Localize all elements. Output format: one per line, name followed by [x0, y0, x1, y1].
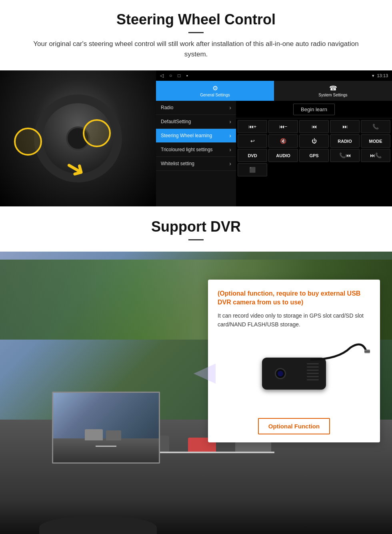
gear-icon: ⚙	[212, 84, 218, 92]
android-menu: Radio › DefaultSetting › Steering Wheel …	[156, 101, 236, 206]
wifi-icon: ▾	[372, 73, 374, 78]
menu-item-steering-wheel-learning[interactable]: Steering Wheel learning ›	[156, 129, 236, 143]
ctrl-btn-hang-up[interactable]: ↩	[238, 134, 267, 148]
dvr-camera-illustration	[218, 336, 370, 412]
dvr-card-body: It can record video only to storage in G…	[218, 311, 370, 329]
ctrl-btn-next[interactable]: ⏭	[330, 120, 360, 133]
ctrl-btn-call-prev[interactable]: 📞⏮	[330, 149, 360, 162]
ctrl-btn-call[interactable]: 📞	[361, 120, 390, 133]
ctrl-btn-call-next[interactable]: ⏭📞	[361, 149, 390, 162]
dvr-title: Support DVR	[8, 218, 384, 235]
nav-recent-icon[interactable]: □	[178, 73, 180, 78]
nav-back-icon[interactable]: ◁	[160, 73, 164, 78]
title-divider	[188, 32, 204, 33]
android-tabs: ⚙ General Settings ☎ System Settings	[156, 81, 392, 101]
steering-row: ➜ ◁ ○ □ ▪ ▾ 13:13 ⚙	[0, 70, 392, 206]
settings-icon: ☎	[329, 84, 337, 92]
inset-road	[53, 438, 159, 462]
nav-home-icon[interactable]: ○	[169, 73, 172, 78]
menu-item-defaultsetting[interactable]: DefaultSetting ›	[156, 115, 236, 129]
steering-bg: ➜	[0, 70, 156, 206]
ctrl-btn-mute[interactable]: 🔇	[268, 134, 298, 148]
ctrl-btn-mode[interactable]: MODE	[361, 134, 390, 148]
tab-system-settings[interactable]: ☎ System Settings	[274, 81, 392, 101]
steering-section: Steering Wheel Control Your original car…	[0, 0, 392, 206]
svg-rect-1	[364, 351, 370, 352]
dvr-background-photo: (Optional function, require to buy exter…	[0, 252, 392, 500]
begin-learn-button[interactable]: Begin learn	[293, 104, 335, 115]
android-controls: Begin learn ⏮+ ⏮− ⏮ ⏭ 📞 ↩ 🔇 ⏻ RADIO MODE…	[236, 101, 392, 206]
optional-function-button[interactable]: Optional Function	[258, 418, 330, 434]
tab-general-settings[interactable]: ⚙ General Settings	[156, 81, 274, 101]
inset-car-1	[85, 429, 103, 440]
section1-title: Steering Wheel Control	[8, 11, 384, 28]
ctrl-btn-vol-up[interactable]: ⏮+	[238, 120, 267, 133]
dvr-section: Support DVR (Optional function, require …	[0, 206, 392, 534]
android-content: Radio › DefaultSetting › Steering Wheel …	[156, 101, 392, 206]
chevron-right-icon: ›	[229, 160, 231, 167]
usb-cable-svg	[290, 340, 370, 388]
ctrl-btn-prev[interactable]: ⏮	[299, 120, 329, 133]
android-panel: ◁ ○ □ ▪ ▾ 13:13 ⚙ General Settings ☎	[156, 70, 392, 206]
begin-learn-row: Begin learn	[236, 101, 392, 118]
chevron-right-icon: ›	[229, 146, 231, 153]
tab-general-label: General Settings	[200, 93, 230, 97]
status-time: 13:13	[377, 73, 388, 78]
circle-left-highlight	[14, 128, 42, 156]
ctrl-btn-dvd[interactable]: DVD	[238, 149, 267, 162]
nav-menu-icon[interactable]: ▪	[186, 73, 188, 78]
control-buttons-grid: ⏮+ ⏮− ⏮ ⏭ 📞 ↩ 🔇 ⏻ RADIO MODE DVD AUDIO G…	[236, 118, 392, 178]
ctrl-btn-vol-down[interactable]: ⏮−	[268, 120, 298, 133]
light-beam	[194, 364, 216, 384]
steering-photo: ➜	[0, 70, 156, 206]
ctrl-btn-gps[interactable]: GPS	[299, 149, 329, 162]
chevron-right-icon: ›	[229, 132, 231, 139]
section1-subtitle: Your original car's steering wheel contr…	[32, 39, 360, 59]
ctrl-btn-power[interactable]: ⏻	[299, 134, 329, 148]
dvr-inset-photo	[52, 392, 160, 464]
chevron-right-icon: ›	[229, 104, 231, 111]
dvr-info-card: (Optional function, require to buy exter…	[208, 280, 380, 442]
menu-item-whitelist[interactable]: Whitelist setting ›	[156, 157, 236, 171]
menu-item-radio[interactable]: Radio ›	[156, 101, 236, 115]
ctrl-btn-audio[interactable]: AUDIO	[268, 149, 298, 162]
inset-car-2	[106, 430, 121, 440]
dvr-title-divider	[188, 239, 204, 240]
menu-item-tricoloured[interactable]: Tricoloured light settings ›	[156, 143, 236, 157]
ctrl-btn-radio[interactable]: RADIO	[330, 134, 360, 148]
status-right: ▾ 13:13	[372, 73, 388, 78]
ctrl-btn-bottom[interactable]: ⬛	[238, 163, 267, 176]
dvr-card-title: (Optional function, require to buy exter…	[218, 289, 370, 307]
status-nav-icons: ◁ ○ □ ▪	[160, 73, 188, 78]
dvr-title-area: Support DVR	[0, 206, 392, 252]
section1-title-area: Steering Wheel Control Your original car…	[0, 0, 392, 70]
dashboard-strip	[0, 500, 392, 534]
camera-lens	[275, 368, 286, 379]
chevron-right-icon: ›	[229, 118, 231, 125]
android-status-bar: ◁ ○ □ ▪ ▾ 13:13	[156, 70, 392, 81]
circle-right-highlight	[83, 119, 111, 147]
tab-system-label: System Settings	[318, 93, 347, 97]
